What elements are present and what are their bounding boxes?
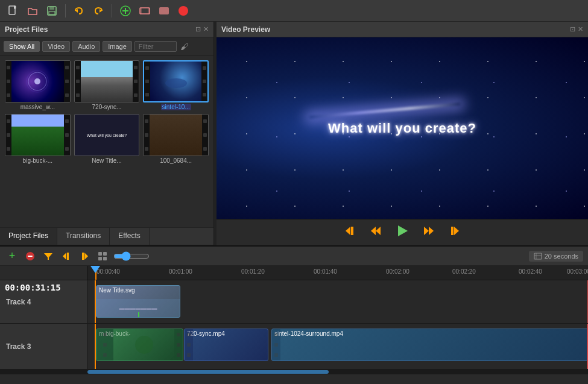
play-button[interactable]	[392, 221, 413, 245]
thumb-label: 100_0684...	[160, 157, 192, 164]
filter-bar: Show All Video Audio Image 🖌	[0, 37, 213, 55]
tab-effects[interactable]: Effects	[110, 228, 149, 245]
thumb-preview	[5, 114, 71, 156]
new-file-button[interactable]	[5, 2, 22, 19]
svg-marker-20	[371, 227, 376, 235]
filter-clear-icon[interactable]: 🖌	[180, 42, 189, 51]
thumbnail-item[interactable]: 720-sync...	[74, 60, 140, 110]
zoom-slider[interactable]	[113, 251, 150, 261]
zoom-level-display: 20 seconds	[529, 251, 583, 262]
main-toolbar	[0, 0, 588, 22]
time-marker: 00:02:40	[519, 268, 542, 275]
film-holes-left	[75, 61, 81, 102]
track-row-4: Track 4 New Title.svg ▬▬▬▬▬▬▬	[0, 280, 588, 324]
svg-marker-21	[376, 227, 381, 235]
record-button[interactable]	[175, 2, 192, 19]
preview-header: Video Preview ⊡ ✕	[217, 22, 588, 37]
remove-clip-button[interactable]	[23, 249, 37, 263]
video-preview-area: What will you create?	[217, 37, 588, 219]
timeline-timestamp: 00:00:31:15	[5, 283, 61, 292]
export-button[interactable]	[156, 2, 172, 19]
thumb-preview	[143, 114, 209, 156]
skip-back-button[interactable]	[341, 222, 359, 243]
svg-marker-22	[398, 225, 408, 236]
thumbnail-item[interactable]: 100_0684...	[143, 114, 209, 164]
open-file-button[interactable]	[24, 2, 41, 19]
thumbnails-grid: massive_w... 720-sync...	[0, 55, 213, 227]
film-holes-right	[64, 61, 70, 102]
film-hole	[145, 147, 148, 151]
film-hole	[203, 147, 207, 151]
thumbnail-item[interactable]: massive_w...	[5, 60, 71, 110]
save-file-button[interactable]	[43, 2, 60, 19]
add-button[interactable]	[117, 2, 134, 19]
filter-input[interactable]	[134, 41, 177, 52]
panel-header-icons: ⊡ ✕	[195, 25, 209, 33]
filter-video-button[interactable]: Video	[42, 41, 70, 52]
filter-button[interactable]	[41, 249, 55, 263]
toolbar-separator	[65, 4, 66, 17]
add-track-button[interactable]: +	[5, 249, 19, 263]
film-hole	[7, 133, 10, 137]
film-holes-right	[133, 61, 139, 102]
redo-button[interactable]	[90, 2, 107, 19]
filter-all-button[interactable]: Show All	[4, 41, 40, 52]
undo-button[interactable]	[71, 2, 87, 19]
panel-close-icon[interactable]: ✕	[203, 25, 209, 33]
track-row-3: Track 3 m big-buck-	[0, 324, 588, 370]
svg-rect-34	[98, 252, 102, 256]
project-files-header: Project Files ⊡ ✕	[0, 22, 213, 37]
panel-pin-icon[interactable]: ⊡	[195, 25, 201, 33]
film-hole	[145, 93, 149, 96]
tab-project-files[interactable]: Project Files	[0, 228, 57, 245]
thumbnail-item[interactable]: sintel-10...	[143, 60, 209, 110]
filter-audio-button[interactable]: Audio	[72, 41, 100, 52]
thumbnail-item[interactable]: big-buck-...	[5, 114, 71, 164]
clip-720-sync[interactable]: 720-sync.mp4	[184, 329, 268, 361]
svg-rect-35	[103, 252, 107, 256]
film-hole	[145, 133, 148, 137]
film-hole	[145, 119, 148, 123]
film-hole	[203, 93, 206, 96]
film-hole	[7, 93, 10, 97]
main-area: Project Files ⊡ ✕ Show All Video Audio I…	[0, 22, 588, 245]
film-hole	[65, 119, 69, 123]
thumb-preview	[5, 60, 71, 102]
film-hole	[7, 119, 10, 123]
preview-close-icon[interactable]: ✕	[578, 25, 583, 33]
filter-image-button[interactable]: Image	[103, 41, 132, 52]
svg-point-15	[34, 78, 40, 84]
clip-big-buck[interactable]: m big-buck-	[96, 329, 183, 361]
film-holes-right	[201, 61, 207, 101]
thumb-label: New Title...	[92, 157, 121, 164]
clip-new-title[interactable]: New Title.svg ▬▬▬▬▬▬▬	[96, 285, 180, 318]
track-3-content[interactable]: m big-buck-	[87, 324, 588, 369]
film-holes-left	[144, 115, 150, 156]
film-holes-right	[64, 115, 70, 156]
thumbnail-item[interactable]: What will you create? New Title...	[74, 114, 140, 164]
film-hole	[134, 66, 138, 69]
project-files-title: Project Files	[5, 25, 48, 34]
snap-button[interactable]	[95, 249, 110, 263]
film-hole	[7, 147, 10, 151]
fast-forward-button[interactable]	[420, 222, 438, 243]
rewind-button[interactable]	[367, 222, 385, 243]
clip-sintel[interactable]: sintel-1024-surround.mp4	[271, 329, 588, 361]
film-hole	[65, 66, 69, 69]
time-marker: 00:01:40	[314, 268, 337, 275]
time-marker: 00:00:40	[96, 268, 120, 275]
skip-forward-button[interactable]	[445, 222, 463, 243]
tab-transitions[interactable]: Transitions	[57, 228, 110, 245]
filmstrip-button[interactable]	[136, 2, 153, 19]
track-4-content[interactable]: New Title.svg ▬▬▬▬▬▬▬	[87, 280, 588, 323]
scrollbar-thumb[interactable]	[87, 370, 329, 374]
preview-pin-icon[interactable]: ⊡	[570, 25, 575, 33]
timeline-scrollbar[interactable]	[0, 370, 588, 374]
film-hole	[203, 66, 206, 70]
track-end-button[interactable]	[77, 249, 92, 263]
time-marker: 00:01:20	[241, 268, 265, 275]
film-hole	[145, 80, 149, 83]
seconds-label: 20 seconds	[545, 253, 578, 260]
svg-rect-12	[159, 7, 169, 14]
track-start-button[interactable]	[59, 249, 74, 263]
